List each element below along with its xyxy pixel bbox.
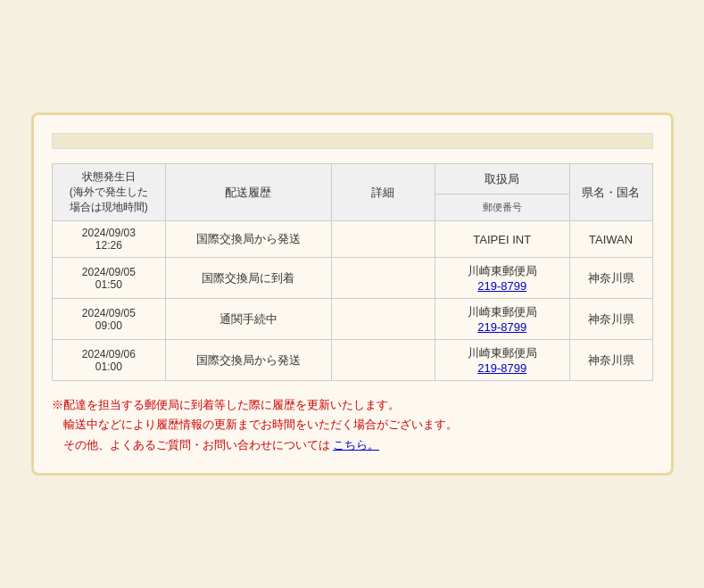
table-row-prefecture-0: TAIWAN bbox=[569, 221, 652, 258]
table-row-prefecture-1: 神奈川県 bbox=[569, 258, 652, 299]
table-row-office-2: 川崎東郵便局219-8799 bbox=[435, 299, 569, 340]
table-row-history-0: 国際交換局から発送 bbox=[166, 221, 332, 258]
header-detail: 詳細 bbox=[331, 164, 435, 221]
note-line-2: 輸送中などにより履歴情報の更新までお時間をいただく場合がございます。 bbox=[52, 415, 653, 435]
note-link[interactable]: こちら。 bbox=[333, 438, 379, 451]
note-line-1: ※配達を担当する郵便局に到着等した際に履歴を更新いたします。 bbox=[52, 395, 653, 415]
table-row-office-1: 川崎東郵便局219-8799 bbox=[435, 258, 569, 299]
table-row-detail-2 bbox=[331, 299, 435, 340]
table-row-detail-3 bbox=[331, 340, 435, 381]
table-row-date-3: 2024/09/0601:00 bbox=[52, 340, 166, 381]
table-row-office-0: TAIPEI INT bbox=[435, 221, 569, 258]
table-row-detail-0 bbox=[331, 221, 435, 258]
header-prefecture: 県名・国名 bbox=[569, 164, 652, 221]
table-row-prefecture-3: 神奈川県 bbox=[569, 340, 652, 381]
notes-section: ※配達を担当する郵便局に到着等した際に履歴を更新いたします。 輸送中などにより履… bbox=[52, 395, 653, 454]
table-row-history-1: 国際交換局に到着 bbox=[166, 258, 332, 299]
header-date: 状態発生日(海外で発生した場合は現地時間) bbox=[52, 164, 166, 221]
table-row-prefecture-2: 神奈川県 bbox=[569, 299, 652, 340]
table-row-office-3: 川崎東郵便局219-8799 bbox=[435, 340, 569, 381]
table-row-date-0: 2024/09/0312:26 bbox=[52, 221, 166, 258]
table-row-detail-1 bbox=[331, 258, 435, 299]
header-office-sub: 郵便番号 bbox=[435, 194, 569, 220]
history-table: 状態発生日(海外で発生した場合は現地時間) 配送履歴 詳細 取扱局 県名・国名 … bbox=[52, 163, 653, 381]
table-row-date-1: 2024/09/0501:50 bbox=[52, 258, 166, 299]
section-title bbox=[52, 133, 653, 149]
postal-link-3[interactable]: 219-8799 bbox=[477, 361, 526, 375]
postal-link-1[interactable]: 219-8799 bbox=[477, 279, 526, 293]
table-row-date-2: 2024/09/0509:00 bbox=[52, 299, 166, 340]
main-container: 状態発生日(海外で発生した場合は現地時間) 配送履歴 詳細 取扱局 県名・国名 … bbox=[31, 112, 674, 475]
postal-link-2[interactable]: 219-8799 bbox=[477, 320, 526, 334]
table-row-history-2: 通関手続中 bbox=[166, 299, 332, 340]
header-office-main: 取扱局 bbox=[435, 164, 569, 195]
table-row-history-3: 国際交換局から発送 bbox=[166, 340, 332, 381]
header-history: 配送履歴 bbox=[166, 164, 332, 221]
note-line-3: その他、よくあるご質問・お問い合わせについては こちら。 bbox=[52, 435, 653, 455]
